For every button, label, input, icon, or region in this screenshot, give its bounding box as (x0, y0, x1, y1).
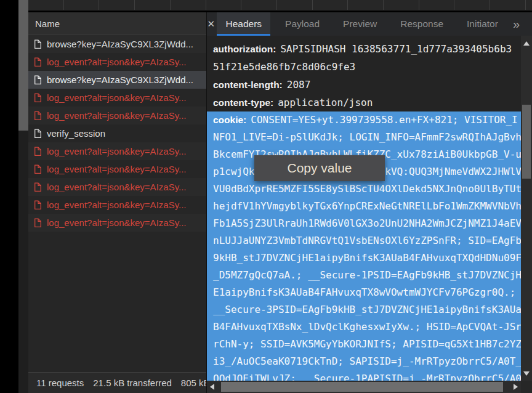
request-row[interactable]: log_event?alt=json&key=AIzaSy... (28, 178, 206, 196)
page-scrollbar-thumb[interactable] (18, 0, 28, 131)
request-name: log_event?alt=json&key=AIzaSy... (47, 146, 187, 156)
request-name: browse?key=AIzaSyC9XL3ZjWdd... (47, 75, 193, 85)
header-line: i3_/AuOC5eaK0719CkTnD; SAPISID=j_-MrRTpy… (207, 353, 521, 370)
devtools-network-panel: Name browse?key=AIzaSyC9XL3ZjWdd...log_e… (0, 0, 532, 393)
file-icon (34, 93, 42, 103)
request-name: log_event?alt=json&key=AIzaSy... (47, 182, 187, 192)
header-line: rChN-y; SSID=AVK5MGyYbKORJNIfS; APISID=q… (207, 336, 521, 353)
headers-list: authorization:SAPISIDHASH 1638563771_1d7… (207, 36, 521, 381)
request-row[interactable]: verify_session (28, 124, 206, 142)
file-icon (34, 39, 42, 49)
file-icon (34, 200, 42, 210)
horizontal-scrollbar-thumb[interactable] (221, 382, 503, 392)
request-row[interactable]: log_event?alt=json&key=AIzaSy... (28, 214, 206, 232)
request-name: log_event?alt=json&key=AIzaSy... (47, 57, 187, 67)
file-icon (34, 111, 42, 121)
page-scrollbar[interactable] (18, 0, 28, 393)
file-icon (34, 129, 42, 139)
copy-value-label: Copy value (287, 161, 352, 176)
vertical-scrollbar[interactable] (521, 36, 532, 381)
tab-payload[interactable]: Payload (276, 12, 328, 36)
tab-initiator[interactable]: Initiator (458, 12, 507, 36)
scrollbar-corner (521, 381, 532, 393)
request-name: verify_session (47, 128, 105, 139)
header-entry: cookie:CONSENT=YES+yt.399739558.en+FX+82… (207, 111, 521, 381)
horizontal-scrollbar[interactable] (207, 381, 521, 393)
header-line: authorization:SAPISIDHASH 1638563771_1d7… (207, 40, 521, 58)
header-name: authorization: (213, 44, 276, 54)
request-row[interactable]: log_event?alt=json&key=AIzaSy... (28, 196, 206, 214)
vertical-scrollbar-thumb[interactable] (522, 105, 531, 179)
header-line: __Secure-3PSID=EAgFb9kHB_stJ7DVZNCjHE1ai… (207, 301, 521, 318)
header-line: E1aipyBnifsK3AUaB4FAHvuxqTX8wVOwtmWJYCFv… (207, 284, 521, 301)
request-row[interactable]: log_event?alt=json&key=AIzaSy... (28, 142, 206, 160)
request-name: log_event?alt=json&key=AIzaSy... (47, 217, 187, 228)
header-entry: content-length:2087 (207, 76, 521, 94)
request-row[interactable]: log_event?alt=json&key=AIzaSy... (28, 107, 206, 124)
transferred-size: 21.5 kB transferred (93, 378, 172, 388)
network-status-bar: 11 requests 21.5 kB transferred 805 kB (28, 372, 206, 393)
tab-preview[interactable]: Preview (334, 12, 385, 36)
header-line: NFO1_LIVE=Di-pSlUKdJk; LOGIN_INFO=AFmmF2… (207, 129, 521, 146)
request-name: log_event?alt=json&key=AIzaSy... (47, 110, 187, 121)
scroll-right-icon[interactable] (514, 384, 518, 390)
file-icon (34, 164, 42, 174)
header-line: content-length:2087 (207, 76, 521, 94)
resources-size: 805 kB (181, 378, 206, 388)
more-tabs-icon[interactable]: » (513, 12, 532, 36)
request-name: log_event?alt=json&key=AIzaSy... (47, 200, 187, 210)
header-line: 9kHB_stJ7DVZNCjHE1aipyBnifsK3AUaB4FAHvux… (207, 249, 521, 267)
request-row[interactable]: log_event?alt=json&key=AIzaSy... (28, 53, 206, 71)
request-details-panel: ✕ HeadersPayloadPreviewResponseInitiator… (206, 12, 532, 393)
header-line: QOdJQEiTWLvJZ; __Secure-1PAPISID=j_-MrRT… (207, 370, 521, 381)
header-name: content-length: (213, 79, 283, 90)
request-name: log_event?alt=json&key=AIzaSy... (47, 164, 187, 174)
file-icon (34, 182, 42, 192)
header-name: content-type: (213, 97, 273, 108)
details-tabs: HeadersPayloadPreviewResponseInitiator (217, 12, 512, 36)
header-line: 51f21e5de86fb7c8d06c9fe3 (207, 58, 521, 76)
headers-content: authorization:SAPISIDHASH 1638563771_1d7… (207, 36, 532, 381)
tab-headers[interactable]: Headers (217, 12, 270, 36)
page-background (0, 0, 18, 393)
header-entry: authorization:SAPISIDHASH 1638563771_1d7… (207, 36, 521, 76)
header-line: hejdfV1hYVmgyblkyTGx6YnpCRExNeGtNRElLbFo… (207, 198, 521, 215)
scroll-down-icon[interactable] (523, 371, 530, 376)
header-name: cookie: (213, 115, 246, 125)
file-icon (34, 147, 42, 156)
header-line: B4FAHvuxqTXBsNx_lDvQclKghesxwIyXw.; HSID… (207, 318, 521, 336)
column-header-name[interactable]: Name (28, 12, 206, 35)
copy-value-menu-item[interactable]: Copy value (254, 155, 385, 181)
header-line: _D5MZ7gQcQ7aA.; __Secure-1PSID=EAgFb9kHB… (207, 267, 521, 284)
file-icon (34, 218, 42, 228)
scroll-left-icon[interactable] (210, 384, 214, 390)
request-rows: browse?key=AIzaSyC9XL3ZjWdd...log_event?… (28, 35, 206, 232)
close-icon[interactable]: ✕ (207, 12, 215, 36)
request-list-panel: Name browse?key=AIzaSyC9XL3ZjWdd...log_e… (28, 12, 206, 393)
header-line: content-type:application/json (207, 94, 521, 111)
request-row[interactable]: log_event?alt=json&key=AIzaSy... (28, 89, 206, 107)
request-row[interactable]: browse?key=AIzaSyC9XL3ZjWdd... (28, 35, 206, 53)
tab-response[interactable]: Response (392, 12, 452, 36)
file-icon (34, 75, 42, 85)
header-line: nLUJJaUNYZ3VmbTdNRGVtQ1VsbENsOXl6YzZPSnF… (207, 232, 521, 249)
request-row[interactable]: browse?key=AIzaSyC9XL3ZjWdd... (28, 71, 206, 89)
file-icon (34, 57, 42, 67)
details-tab-bar: ✕ HeadersPayloadPreviewResponseInitiator… (207, 12, 532, 36)
request-name: log_event?alt=json&key=AIzaSy... (47, 92, 187, 103)
scroll-up-icon[interactable] (523, 41, 530, 46)
header-line: VU0dBdXprRE5MZFI5SE8ySlBScTU4OXlDekd5NXJ… (207, 180, 521, 198)
request-row[interactable]: log_event?alt=json&key=AIzaSy... (28, 160, 206, 178)
request-name: browse?key=AIzaSyC9XL3ZjWdd... (47, 39, 193, 49)
header-line: Fb1A5SjZ3UlRraUh1RWd6V0lGX3o2UnU2NHA2WmJ… (207, 215, 521, 232)
request-count: 11 requests (36, 378, 84, 388)
header-entry: content-type:application/json (207, 94, 521, 111)
network-overview-strip[interactable] (28, 0, 532, 11)
header-line: cookie:CONSENT=YES+yt.399739558.en+FX+82… (207, 111, 521, 129)
